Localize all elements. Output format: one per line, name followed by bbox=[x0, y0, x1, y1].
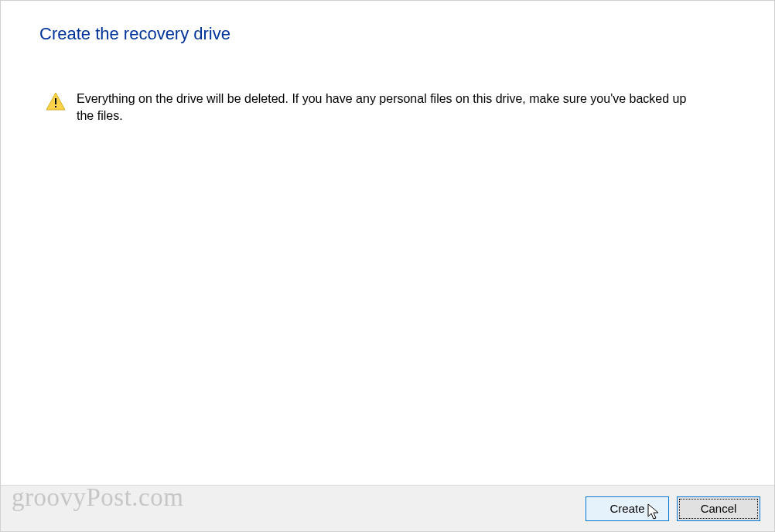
footer-bar: Create Cancel bbox=[1, 485, 774, 531]
cancel-button[interactable]: Cancel bbox=[677, 496, 760, 521]
content-area: Create the recovery drive Everything on … bbox=[1, 1, 774, 125]
svg-rect-2 bbox=[55, 106, 56, 107]
svg-rect-1 bbox=[55, 98, 56, 104]
warning-text: Everything on the drive will be deleted.… bbox=[77, 90, 688, 125]
warning-message: Everything on the drive will be deleted.… bbox=[39, 90, 736, 125]
warning-icon bbox=[46, 92, 66, 114]
dialog-title: Create the recovery drive bbox=[39, 24, 736, 44]
create-button[interactable]: Create bbox=[586, 496, 669, 521]
dialog-window: Create the recovery drive Everything on … bbox=[0, 0, 775, 532]
